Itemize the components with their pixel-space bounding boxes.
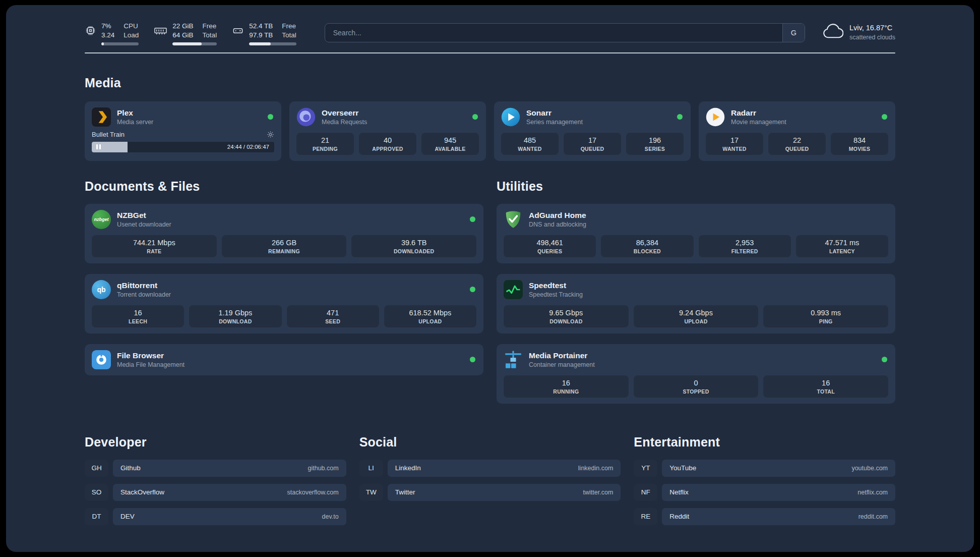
app-name: Speedtest	[529, 281, 583, 290]
ram-label-bottom: Total	[203, 31, 217, 40]
stat-value: 47.571 ms	[798, 239, 886, 247]
app-card-overseerr[interactable]: Overseerr Media Requests 21 PENDING 40 A…	[289, 101, 486, 161]
app-card-plex[interactable]: Plex Media server Bullet Train	[85, 101, 281, 161]
stat-label: LATENCY	[798, 248, 886, 254]
stat-label: APPROVED	[361, 146, 414, 152]
app-card-nzbget[interactable]: nzbget NZBGet Usenet downloader 744.21 M…	[85, 204, 483, 263]
ram-free-value: 22 GiB	[172, 22, 193, 31]
stat-value: 834	[833, 136, 886, 144]
app-desc: DNS and adblocking	[529, 221, 586, 228]
bookmark-name: DEV	[120, 513, 135, 520]
app-card-portainer[interactable]: Media Portainer Container management 16 …	[497, 344, 895, 404]
section-title-utilities: Utilities	[497, 179, 895, 194]
app-card-sonarr[interactable]: Sonarr Series management 485 WANTED 17 Q…	[494, 101, 691, 161]
app-card-filebrowser[interactable]: File Browser Media File Management	[85, 344, 483, 375]
app-name: AdGuard Home	[529, 211, 586, 220]
status-dot	[470, 216, 475, 222]
search-engine-button[interactable]: G	[782, 24, 805, 42]
stat-value: 498,461	[506, 239, 594, 247]
status-dot	[470, 357, 475, 362]
app-desc: Speedtest Tracking	[529, 291, 583, 298]
disk-progress-bar	[249, 42, 296, 45]
gear-icon[interactable]	[267, 131, 274, 138]
stat-tile: 834 MOVIES	[831, 133, 888, 155]
stat-tile: 16 RUNNING	[504, 375, 629, 398]
stat-tile: 0.993 ms PING	[763, 305, 888, 327]
stat-tile: 9.65 Gbps DOWNLOAD	[504, 305, 629, 327]
stat-value: 618.52 Mbps	[386, 309, 474, 317]
app-desc: Media Requests	[322, 119, 367, 126]
bookmark-url: youtube.com	[851, 465, 888, 472]
sonarr-icon	[501, 107, 520, 127]
bookmark-twitter[interactable]: TW Twitter twitter.com	[359, 484, 621, 501]
bookmark-abbr: SO	[85, 484, 108, 501]
disk-total-value: 97.9 TB	[249, 31, 273, 40]
bookmark-abbr: TW	[359, 484, 383, 501]
search-input[interactable]	[325, 24, 782, 42]
stat-label: STOPPED	[636, 388, 757, 395]
radarr-icon	[706, 107, 725, 127]
stat-value: 266 GB	[224, 239, 345, 247]
stat-tile: 21 PENDING	[296, 133, 354, 155]
disk-label-bottom: Total	[282, 31, 296, 40]
bookmark-stackoverflow[interactable]: SO StackOverflow stackoverflow.com	[85, 484, 346, 501]
stat-label: DOWNLOADED	[353, 248, 474, 254]
stat-label: UPLOAD	[386, 318, 474, 324]
stat-tile: 2,953 FILTERED	[699, 235, 791, 257]
stat-tile: 196 SERIES	[626, 133, 684, 155]
app-desc: Torrent downloader	[117, 291, 171, 298]
bookmark-abbr: YT	[634, 460, 657, 477]
bookmark-abbr: GH	[85, 460, 108, 477]
weather-condition: scattered clouds	[849, 33, 895, 42]
app-desc: Series management	[526, 119, 583, 126]
stat-tile: 485 WANTED	[501, 133, 559, 155]
stat-tile: 618.52 Mbps UPLOAD	[384, 305, 476, 327]
cpu-label-top: CPU	[124, 22, 139, 31]
bookmark-url: dev.to	[322, 513, 339, 520]
bookmark-github[interactable]: GH Github github.com	[85, 460, 346, 477]
stat-label: LEECH	[94, 318, 182, 324]
stat-value: 17	[708, 136, 761, 144]
stat-tile: 9.24 Gbps UPLOAD	[634, 305, 759, 327]
stat-value: 22	[770, 136, 824, 144]
bookmark-url: reddit.com	[859, 513, 888, 520]
app-card-speedtest[interactable]: Speedtest Speedtest Tracking 9.65 Gbps D…	[497, 274, 895, 333]
stat-label: PING	[765, 318, 886, 324]
bookmark-name: Reddit	[669, 513, 689, 520]
bookmark-netflix[interactable]: NF Netflix netflix.com	[634, 484, 895, 501]
app-card-radarr[interactable]: Radarr Movie management 17 WANTED 22 QUE…	[699, 101, 895, 161]
nzbget-icon: nzbget	[92, 210, 111, 229]
overseerr-icon	[296, 107, 316, 127]
status-dot	[470, 287, 475, 292]
stat-tile: 40 APPROVED	[359, 133, 416, 155]
section-title-social: Social	[359, 435, 621, 450]
stat-tile: 266 GB REMAINING	[222, 235, 347, 257]
bookmark-linkedin[interactable]: LI LinkedIn linkedin.com	[359, 460, 621, 477]
stat-label: MOVIES	[833, 146, 886, 152]
search-bar: G	[325, 23, 805, 42]
now-playing-title: Bullet Train	[92, 131, 125, 138]
bookmark-reddit[interactable]: RE Reddit reddit.com	[634, 508, 895, 525]
stat-value: 86,384	[603, 239, 691, 247]
app-name: Overseerr	[322, 108, 367, 118]
plex-icon	[92, 107, 111, 127]
app-name: Sonarr	[526, 108, 583, 118]
app-card-qbittorrent[interactable]: qb qBittorrent Torrent downloader 16 LEE…	[85, 274, 483, 333]
bookmark-abbr: RE	[634, 508, 657, 525]
bookmark-name: Twitter	[395, 488, 415, 496]
stat-label: DOWNLOAD	[506, 318, 627, 324]
cpu-widget: 7% CPU 3.24 Load	[85, 22, 139, 45]
stat-value: 9.24 Gbps	[636, 309, 757, 317]
bookmark-youtube[interactable]: YT YouTube youtube.com	[634, 460, 895, 477]
section-title-developer: Developer	[85, 435, 346, 450]
app-name: qBittorrent	[117, 281, 171, 290]
stat-tile: 16 TOTAL	[763, 375, 888, 398]
stat-tile: 1.19 Gbps DOWNLOAD	[189, 305, 281, 327]
stat-label: AVAILABLE	[423, 146, 477, 152]
stat-value: 16	[765, 379, 886, 387]
cpu-usage-value: 7%	[101, 22, 114, 31]
pause-icon[interactable]	[96, 144, 101, 149]
stat-label: QUEUED	[770, 146, 824, 152]
app-card-adguard[interactable]: AdGuard Home DNS and adblocking 498,461 …	[497, 204, 895, 263]
bookmark-dev[interactable]: DT DEV dev.to	[85, 508, 346, 525]
